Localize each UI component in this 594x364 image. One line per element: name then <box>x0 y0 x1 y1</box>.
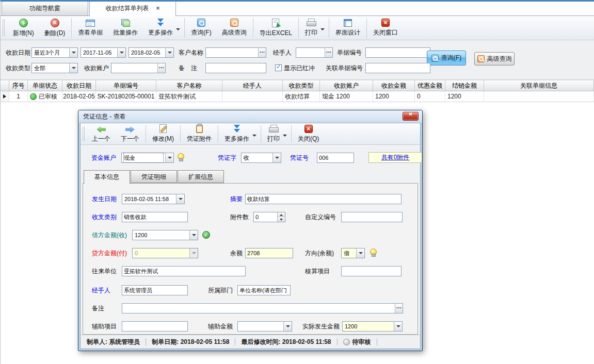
grid-header-date[interactable]: 收款日期 <box>62 80 96 91</box>
receipt-account-input[interactable] <box>111 63 166 73</box>
stepper-up-icon[interactable] <box>278 212 285 217</box>
toolbar-drag-handle[interactable] <box>3 20 5 36</box>
chevron-down-icon[interactable] <box>117 48 125 57</box>
toolbar-view-doc-button[interactable]: 查看单据 <box>73 16 108 40</box>
voucher-no-input[interactable]: 006 <box>317 153 354 163</box>
project-input[interactable] <box>341 266 402 276</box>
dialog-close-q-button[interactable]: 关闭(Q) <box>293 123 324 144</box>
dialog-next-button[interactable]: 下一个 <box>116 123 145 144</box>
toolbar-query-button[interactable]: 查询(F) <box>186 16 216 40</box>
toolbar-drag-handle[interactable] <box>83 127 85 141</box>
toolbar-delete-button[interactable]: 删除(D) <box>39 16 71 40</box>
occur-date-select[interactable]: 2018-02-05 11:58 <box>122 194 185 204</box>
dialog-prev-button[interactable]: 上一个 <box>87 123 116 144</box>
toolbar-print-button[interactable]: 打印 <box>300 16 328 40</box>
chevron-down-icon[interactable] <box>272 153 281 162</box>
voucher-word-select[interactable]: 收 <box>241 153 281 163</box>
tab-nav-window[interactable]: 功能导航窗 <box>2 2 88 16</box>
dialog-print-button[interactable]: 打印 <box>262 123 290 144</box>
close-window-icon <box>381 19 390 27</box>
related-doc-no-input[interactable] <box>365 63 430 73</box>
grid-header-account[interactable]: 收款账户 <box>320 80 373 91</box>
ellipsis-picker-icon[interactable] <box>258 48 266 57</box>
chevron-down-icon[interactable] <box>189 230 198 240</box>
grid-header-seq[interactable]: 序号 <box>9 80 28 91</box>
department-input[interactable]: 单位名称(请在部门 <box>237 285 291 295</box>
aux-item-input[interactable] <box>122 321 188 332</box>
toolbar-more-actions-button[interactable]: 更多操作 <box>143 16 183 40</box>
grid-header-status[interactable]: 单据状态 <box>28 80 62 91</box>
tab-close-icon[interactable]: × <box>156 2 159 15</box>
toolbar-batch-button[interactable]: 批量操作 <box>108 16 143 40</box>
partner-input[interactable]: 亚拓软件测试 <box>122 266 246 276</box>
fund-account-select[interactable]: 现金 <box>121 153 174 163</box>
dialog-attachment-button[interactable]: 凭证附件 <box>182 123 217 144</box>
lightbulb-icon[interactable] <box>178 153 184 162</box>
toolbar-close-window-button[interactable]: 关闭窗口 <box>368 16 403 40</box>
doc-no-input[interactable] <box>365 47 430 58</box>
grid-header-amount[interactable]: 收款金额 <box>373 80 415 91</box>
arrow-left-icon <box>97 126 106 133</box>
query-button[interactable]: 查询(F) <box>427 51 466 65</box>
remark-input[interactable] <box>205 63 266 73</box>
dialog-edit-button[interactable]: 修改(M) <box>147 123 179 144</box>
chevron-down-icon[interactable] <box>69 63 77 73</box>
tab-extended-info[interactable]: 扩展信息 <box>178 170 224 183</box>
tab-basic-info[interactable]: 基本信息 <box>84 170 130 184</box>
attachment-count-link[interactable]: 共有0附件 <box>368 152 422 163</box>
customer-name-input[interactable] <box>205 47 266 58</box>
grid-header-discount[interactable]: 优惠金额 <box>415 80 445 91</box>
toolbar-export-excel-button[interactable]: 导出EXCEL <box>254 16 297 40</box>
grid-header-doc-no[interactable]: 单据编号 <box>96 80 156 91</box>
ellipsis-picker-icon[interactable] <box>157 63 165 73</box>
summary-input[interactable]: 收款结算 <box>245 194 402 204</box>
toolbar-adv-query-button[interactable]: 高级查询 <box>217 16 252 40</box>
grid-header-related[interactable]: 关联单据信息 <box>484 80 594 91</box>
stepper-buttons[interactable] <box>277 212 285 222</box>
debit-amount-select[interactable]: 1200 <box>132 230 198 240</box>
dialog-title[interactable]: 凭证信息 - 查看 <box>78 110 422 123</box>
tab-receipt-list[interactable]: 收款结算单列表× <box>89 2 176 16</box>
ellipsis-picker-icon[interactable] <box>395 304 403 313</box>
handler-input[interactable] <box>296 47 333 58</box>
actual-amount-select[interactable]: 1200 <box>342 321 403 332</box>
grid-header-type[interactable]: 收款类型 <box>283 80 320 91</box>
chevron-down-icon[interactable] <box>394 322 402 331</box>
custom-no-input[interactable] <box>341 212 403 222</box>
dialog-close-button[interactable] <box>403 112 419 121</box>
receipt-type-select[interactable]: 全部 <box>31 63 78 73</box>
dialog-more-actions-button[interactable]: 更多操作 <box>219 123 260 144</box>
ellipsis-picker-icon[interactable] <box>325 48 332 57</box>
date-range-select[interactable]: 最近3个月 <box>31 47 78 58</box>
category-input[interactable]: 销售收款 <box>122 212 188 222</box>
form-remark-input[interactable] <box>122 303 403 313</box>
show-reversed-checkbox[interactable] <box>275 64 282 71</box>
grid-header-customer[interactable]: 客户名称 <box>156 80 222 91</box>
direction-select[interactable]: 借 <box>341 248 365 258</box>
date-to-value: 2018-02-05 <box>131 48 164 57</box>
grid-header-handler[interactable]: 经手人 <box>222 80 283 91</box>
grid-header-row: 序号 单据状态 收款日期 单据编号 客户名称 经手人 收款类型 收款账户 收款金… <box>1 80 594 91</box>
chevron-down-icon[interactable] <box>283 322 292 331</box>
attach-count-stepper[interactable]: 0 <box>253 212 285 222</box>
voucher-dialog: 凭证信息 - 查看 上一个 下一个 修改(M) 凭证附件 <box>78 110 423 351</box>
date-from-select[interactable]: 2017-11-05 <box>81 47 126 58</box>
tab-voucher-detail[interactable]: 凭证明细 <box>131 170 177 183</box>
toolbar-label: 界面设计 <box>335 28 360 37</box>
grid-header-settled[interactable]: 结销金额 <box>445 80 484 91</box>
stepper-down-icon[interactable] <box>278 217 285 222</box>
advanced-query-button[interactable]: 高级查询 <box>474 52 515 65</box>
toolbar-ui-design-button[interactable]: 界面设计 <box>330 16 365 40</box>
table-row[interactable]: 1 已审核 2018-02-05 SK-20180205-00001 亚拓软件测… <box>1 91 594 102</box>
lightbulb-icon[interactable] <box>370 249 377 257</box>
aux-amount-select[interactable] <box>237 321 292 332</box>
chevron-down-icon[interactable] <box>356 249 364 258</box>
chevron-down-icon[interactable] <box>176 194 184 204</box>
form-handler-input[interactable]: 系统管理员 <box>122 285 188 295</box>
chevron-down-icon[interactable] <box>165 48 173 57</box>
date-to-select[interactable]: 2018-02-05 <box>129 47 174 58</box>
chevron-down-icon[interactable] <box>69 48 77 57</box>
chevron-down-icon[interactable] <box>165 153 173 162</box>
toolbar-separator <box>146 125 146 142</box>
toolbar-new-button[interactable]: 新增(N) <box>8 16 39 40</box>
